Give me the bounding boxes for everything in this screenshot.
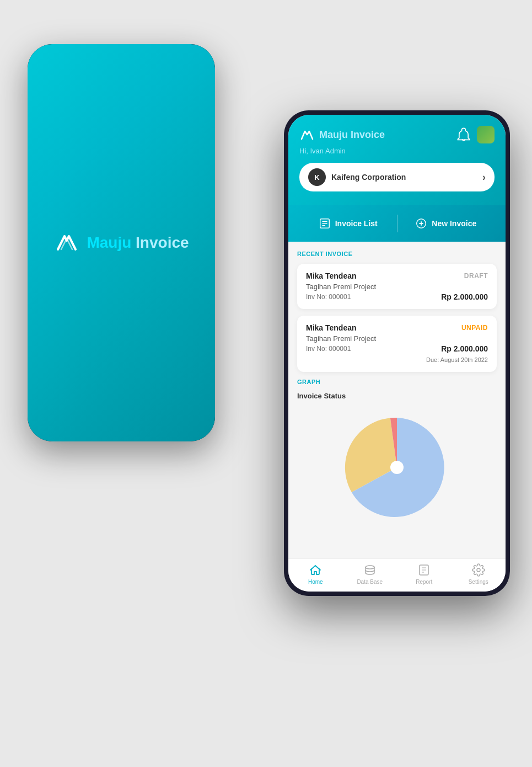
invoice-list-button[interactable]: Invoice List: [299, 212, 397, 235]
nav-item-home[interactable]: Home: [288, 563, 343, 585]
nav-label-database: Data Base: [357, 579, 383, 585]
action-buttons-bar: Invoice List New Invoice: [288, 205, 506, 242]
header-logo-text: Mauju Invoice: [319, 129, 385, 141]
app-logo-icon: [299, 127, 315, 142]
nav-label-report: Report: [416, 579, 432, 585]
splash-logo: Mauju Invoice: [53, 230, 189, 256]
header-greeting: Hi, Ivan Admin: [299, 147, 495, 155]
graph-title: GRAPH: [297, 379, 497, 385]
pie-chart-container: [297, 407, 497, 534]
nav-label-settings: Settings: [469, 579, 488, 585]
nav-label-home: Home: [308, 579, 323, 585]
invoice-card-header-2: Mika Tendean UNPAID: [306, 323, 488, 332]
bell-icon[interactable]: [456, 127, 471, 142]
graph-section: GRAPH Invoice Status: [297, 379, 497, 534]
company-selector[interactable]: K Kaifeng Corporation ›: [299, 163, 495, 191]
invoice-due-2: Due: August 20th 2022: [426, 356, 488, 363]
settings-icon: [472, 563, 485, 577]
database-icon: [363, 563, 377, 577]
main-phone: Mauju Invoice Hi, Ivan Admin K: [284, 110, 510, 596]
report-icon: [417, 563, 431, 577]
splash-logo-icon: [53, 230, 80, 256]
phone-screen: Mauju Invoice Hi, Ivan Admin K: [288, 115, 506, 592]
invoice-list-label: Invoice List: [335, 219, 378, 228]
recent-invoice-title: RECENT INVOICE: [297, 251, 497, 257]
splash-logo-text: Mauju Invoice: [87, 234, 189, 251]
nav-item-database[interactable]: Data Base: [343, 563, 397, 585]
invoice-client-2: Mika Tendean: [306, 323, 357, 332]
user-avatar[interactable]: [477, 126, 495, 143]
invoice-row-1: Inv No: 000001 Rp 2.000.000: [306, 292, 488, 301]
invoice-amount-2: Rp 2.000.000: [441, 344, 488, 353]
company-avatar: K: [308, 168, 326, 186]
header-logo: Mauju Invoice: [299, 127, 385, 142]
invoice-card-draft[interactable]: Mika Tendean DRAFT Tagihan Premi Project…: [297, 264, 497, 309]
invoice-card-header-1: Mika Tendean DRAFT: [306, 271, 488, 280]
content-area: RECENT INVOICE Mika Tendean DRAFT Tagiha…: [288, 242, 506, 558]
svg-point-12: [477, 568, 480, 572]
invoice-number-2: Inv No: 000001: [306, 345, 351, 353]
nav-item-report[interactable]: Report: [397, 563, 452, 585]
invoice-client-1: Mika Tendean: [306, 271, 357, 280]
invoice-description-1: Tagihan Premi Project: [306, 283, 488, 291]
invoice-list-icon: [319, 217, 331, 230]
invoice-status-unpaid: UNPAID: [461, 324, 488, 332]
invoice-card-unpaid[interactable]: Mika Tendean UNPAID Tagihan Premi Projec…: [297, 316, 497, 372]
invoice-row-2: Inv No: 000001 Rp 2.000.000: [306, 344, 488, 353]
invoice-description-2: Tagihan Premi Project: [306, 334, 488, 343]
pie-center: [390, 461, 404, 474]
app-header: Mauju Invoice Hi, Ivan Admin K: [288, 115, 506, 205]
invoice-number-1: Inv No: 000001: [306, 293, 351, 301]
invoice-amount-1: Rp 2.000.000: [441, 292, 488, 301]
new-invoice-label: New Invoice: [432, 219, 476, 228]
nav-item-settings[interactable]: Settings: [452, 563, 506, 585]
home-icon: [309, 563, 322, 577]
chevron-right-icon: ›: [482, 172, 486, 183]
header-icons: [456, 126, 495, 143]
company-name: Kaifeng Corporation: [331, 173, 477, 182]
graph-subtitle: Invoice Status: [297, 392, 497, 400]
splash-phone: Mauju Invoice: [28, 44, 215, 441]
pie-chart: [342, 412, 452, 523]
header-top: Mauju Invoice: [299, 126, 495, 143]
new-invoice-icon: [415, 217, 427, 230]
bottom-nav: Home Data Base Report: [288, 558, 506, 592]
invoice-status-draft: DRAFT: [464, 272, 488, 280]
new-invoice-button[interactable]: New Invoice: [397, 212, 495, 235]
svg-point-7: [366, 566, 374, 569]
